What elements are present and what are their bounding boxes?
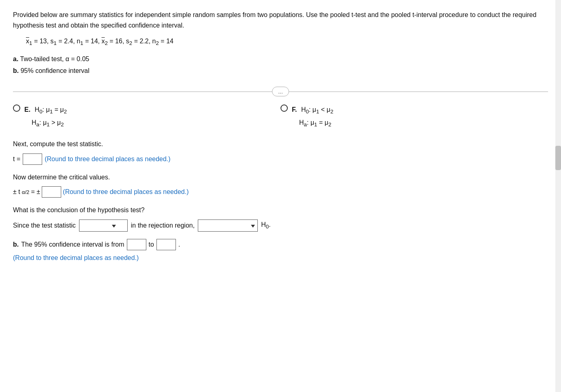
intro-paragraph: Provided below are summary statistics fo…: [13, 10, 548, 30]
critical-prefix: ± t: [13, 188, 20, 196]
conclusion-section: What is the conclusion of the hypothesis…: [13, 205, 548, 232]
part-b-text: 95% confidence interval: [21, 67, 90, 74]
part-a: a. Two-tailed test, α = 0.05: [13, 53, 548, 65]
x2-val: = 16, s: [109, 38, 129, 45]
mu1a-sub-e: 1: [47, 122, 49, 128]
s2-sub: 2: [129, 40, 132, 46]
section-ab: a. Two-tailed test, α = 0.05 b. 95% conf…: [13, 53, 548, 77]
critical-middle: = ±: [31, 188, 41, 196]
critical-label: Now determine the critical values.: [13, 172, 548, 183]
x1-sub: 1: [29, 40, 32, 46]
n1-val: = 14,: [85, 38, 101, 45]
confidence-from-input[interactable]: [127, 239, 146, 250]
mu2a-sub-f: 2: [328, 122, 331, 128]
mu2-sub-f: 2: [330, 109, 333, 115]
x1-bar: x: [26, 38, 29, 45]
alpha-sub: α/2: [22, 189, 30, 195]
confidence-b-label: b.: [13, 241, 19, 248]
conclusion-suffix: H0.: [261, 221, 270, 230]
dropdown2-arrow-icon: [251, 222, 255, 229]
option-f-block[interactable]: F. H0: μ1 < μ2 Ha: μ1 = μ2: [280, 104, 548, 130]
divider-container: ...: [13, 87, 548, 96]
option-e-hypothesis: E. H0: μ1 = μ2 Ha: μ1 > μ2: [24, 104, 67, 130]
option-e-h0: H0: μ1 = μ2: [35, 106, 67, 113]
n2-sub: 2: [156, 40, 158, 46]
conclusion-prefix: Since the test statistic: [13, 222, 76, 229]
option-e-block[interactable]: E. H0: μ1 = μ2 Ha: μ1 > μ2: [13, 104, 280, 130]
t-input[interactable]: [23, 153, 42, 165]
mu1a-sub-f: 1: [314, 122, 317, 128]
confidence-hint: (Round to three decimal places as needed…: [13, 253, 548, 263]
n2-val: = 14: [161, 38, 173, 45]
option-e-radio[interactable]: [13, 104, 20, 112]
h0-conclusion-sub: 0: [266, 224, 269, 230]
mu1-sub-f: 1: [316, 109, 319, 115]
mu2a-sub-e: 2: [61, 122, 64, 128]
t-hint: (Round to three decimal places as needed…: [45, 156, 170, 163]
critical-input-row: ± tα/2 = ± (Round to three decimal place…: [13, 186, 548, 198]
mu2-sub-e: 2: [64, 109, 67, 115]
critical-input[interactable]: [42, 186, 61, 198]
confidence-row: b. The 95% confidence interval is from t…: [13, 239, 548, 250]
dropdown1-arrow-icon: [112, 222, 116, 229]
stats-line: x1 = 13, s1 = 2.4, n1 = 14, x2 = 16, s2 …: [26, 38, 548, 46]
conclusion-row: Since the test statistic in the rejectio…: [13, 219, 548, 232]
critical-hint: (Round to three decimal places as needed…: [63, 188, 188, 196]
option-f-hypothesis: F. H0: μ1 < μ2 Ha: μ1 = μ2: [292, 104, 333, 130]
options-row: E. H0: μ1 = μ2 Ha: μ1 > μ2 F. H0: μ1 < μ…: [13, 104, 548, 130]
part-b-label: b.: [13, 67, 19, 74]
option-e-ha: Ha: μ1 > μ2: [32, 117, 67, 130]
part-a-label: a.: [13, 55, 18, 62]
confidence-to-label: to: [149, 241, 154, 248]
s2-val: = 2.2, n: [134, 38, 156, 45]
ha-sub-e: a: [36, 122, 39, 128]
divider-dots[interactable]: ...: [272, 87, 289, 96]
conclusion-dropdown1[interactable]: [79, 219, 128, 232]
part-b: b. 95% confidence interval: [13, 65, 548, 77]
compute-label: Next, compute the test statistic.: [13, 139, 548, 149]
conclusion-dropdown2[interactable]: [198, 219, 258, 232]
confidence-period: .: [178, 241, 180, 248]
option-f-label: F.: [292, 106, 297, 113]
confidence-section: b. The 95% confidence interval is from t…: [13, 239, 548, 263]
compute-section: Next, compute the test statistic. t = (R…: [13, 139, 548, 165]
t-prefix: t =: [13, 156, 20, 163]
t-input-row: t = (Round to three decimal places as ne…: [13, 153, 548, 165]
mu1-sub-e: 1: [50, 109, 53, 115]
x2-sub: 2: [105, 40, 107, 46]
critical-section: Now determine the critical values. ± tα/…: [13, 172, 548, 198]
ha-sub-f: a: [304, 122, 307, 128]
confidence-to-input[interactable]: [156, 239, 176, 250]
scrollbar-track[interactable]: [555, 0, 561, 280]
option-f-radio[interactable]: [280, 104, 288, 112]
option-f-ha: Ha: μ1 = μ2: [299, 117, 333, 130]
x1-val: = 13, s: [34, 38, 54, 45]
conclusion-middle: in the rejection region,: [131, 222, 195, 229]
n1-sub: 1: [80, 40, 83, 46]
option-e-label: E.: [24, 106, 30, 113]
scrollbar-thumb[interactable]: [555, 146, 561, 170]
option-f-h0: H0: μ1 < μ2: [301, 106, 333, 113]
s1-sub: 1: [54, 40, 56, 46]
h0-sub-e: 0: [39, 109, 42, 115]
confidence-label: The 95% confidence interval is from: [21, 241, 124, 248]
conclusion-question: What is the conclusion of the hypothesis…: [13, 205, 548, 215]
s1-val: = 2.4, n: [58, 38, 80, 45]
part-a-text: Two-tailed test, α = 0.05: [20, 55, 90, 62]
h0-sub-f: 0: [306, 109, 308, 115]
